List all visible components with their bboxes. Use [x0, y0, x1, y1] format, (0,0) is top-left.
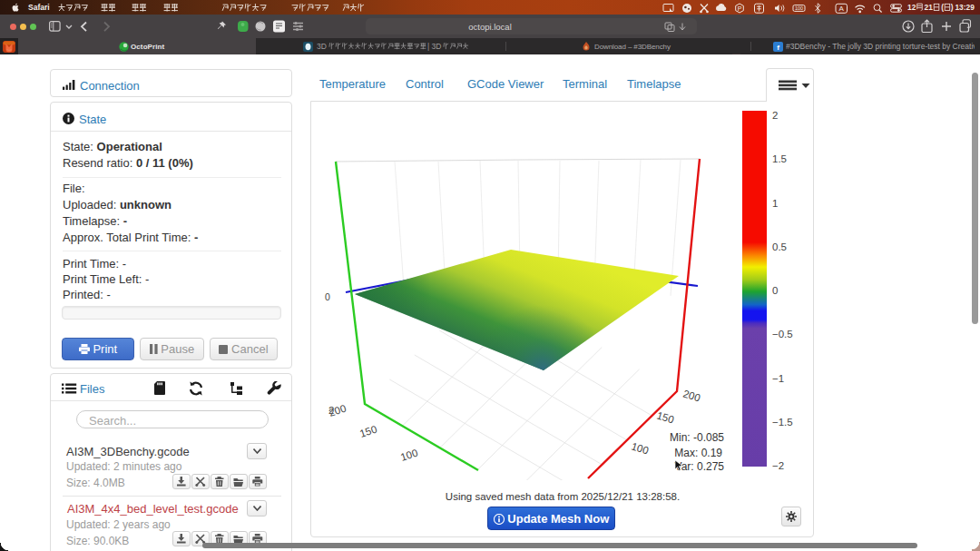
- svg-text:−1: −1: [772, 373, 784, 384]
- svg-text:150: 150: [358, 424, 378, 439]
- svg-text:0: 0: [325, 291, 330, 302]
- svg-text:100: 100: [399, 448, 419, 463]
- svg-text:2: 2: [772, 110, 778, 121]
- svg-text:200: 200: [681, 388, 701, 403]
- svg-text:3D: 3D: [317, 42, 327, 51]
- svg-text:150: 150: [655, 409, 675, 425]
- svg-text:21: 21: [925, 3, 934, 12]
- svg-text:1.5: 1.5: [772, 153, 787, 164]
- svg-text:P: P: [738, 5, 742, 11]
- svg-text:12: 12: [907, 3, 916, 12]
- svg-text:Var: 0.275: Var: 0.275: [675, 460, 725, 473]
- svg-text:13:29: 13:29: [955, 3, 975, 12]
- svg-text:100: 100: [795, 5, 803, 11]
- svg-text:Max: 0.19: Max: 0.19: [674, 447, 722, 459]
- svg-text:0: 0: [772, 285, 778, 296]
- svg-text:−0.5: −0.5: [772, 329, 793, 339]
- svg-text:0.5: 0.5: [772, 241, 787, 252]
- svg-text:2: 2: [328, 405, 334, 416]
- svg-text:| 3D: | 3D: [427, 42, 441, 51]
- svg-text:1: 1: [772, 198, 778, 209]
- svg-text:−1.5: −1.5: [772, 417, 793, 428]
- svg-text:(: (: [941, 3, 944, 12]
- svg-text:): ): [951, 3, 954, 12]
- svg-text:Min: -0.085: Min: -0.085: [670, 431, 724, 444]
- svg-text:f: f: [777, 43, 779, 51]
- svg-text:A: A: [839, 5, 845, 13]
- svg-text:100: 100: [630, 440, 650, 456]
- svg-text:−2: −2: [772, 460, 784, 471]
